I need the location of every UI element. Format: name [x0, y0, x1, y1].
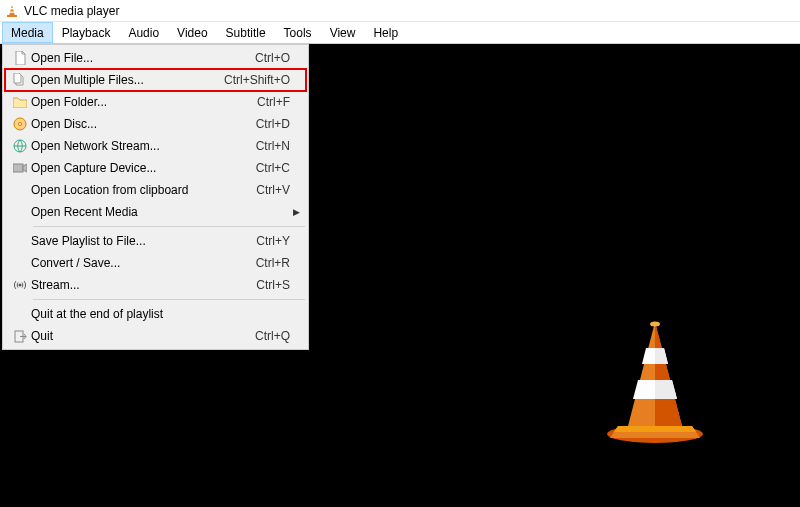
svg-point-19	[19, 284, 22, 287]
menu-item-open-multiple-files[interactable]: Open Multiple Files...Ctrl+Shift+O	[5, 69, 306, 91]
svg-marker-6	[614, 426, 696, 432]
svg-rect-1	[7, 15, 17, 17]
file-icon	[9, 51, 31, 65]
menu-view[interactable]: View	[321, 22, 365, 43]
menu-item-shortcut: Ctrl+Shift+O	[224, 73, 290, 87]
vlc-cone-icon	[6, 4, 18, 18]
svg-rect-2	[10, 8, 14, 9]
svg-marker-10	[655, 348, 668, 364]
menu-item-label: Convert / Save...	[31, 256, 256, 270]
menu-item-quit[interactable]: QuitCtrl+Q	[5, 325, 306, 347]
menu-item-shortcut: Ctrl+F	[257, 95, 290, 109]
menu-item-label: Open Folder...	[31, 95, 257, 109]
menu-item-label: Save Playlist to File...	[31, 234, 256, 248]
menubar: Media Playback Audio Video Subtitle Tool…	[0, 22, 800, 44]
menu-item-label: Open Capture Device...	[31, 161, 256, 175]
menu-item-open-recent-media[interactable]: Open Recent Media▶	[5, 201, 306, 223]
network-icon	[9, 139, 31, 153]
menu-item-shortcut: Ctrl+S	[256, 278, 290, 292]
menu-tools[interactable]: Tools	[275, 22, 321, 43]
svg-marker-12	[655, 380, 677, 399]
svg-marker-8	[655, 322, 682, 426]
submenu-arrow-icon: ▶	[290, 207, 300, 217]
menu-item-stream[interactable]: Stream...Ctrl+S	[5, 274, 306, 296]
menu-item-open-network-stream[interactable]: Open Network Stream...Ctrl+N	[5, 135, 306, 157]
disc-icon	[9, 117, 31, 131]
menu-item-shortcut: Ctrl+Q	[255, 329, 290, 343]
menu-item-shortcut: Ctrl+D	[256, 117, 290, 131]
menu-item-open-disc[interactable]: Open Disc...Ctrl+D	[5, 113, 306, 135]
menu-item-shortcut: Ctrl+C	[256, 161, 290, 175]
menu-item-label: Open Multiple Files...	[31, 73, 224, 87]
menu-item-convert-save[interactable]: Convert / Save...Ctrl+R	[5, 252, 306, 274]
menu-item-quit-at-the-end-of-playlist[interactable]: Quit at the end of playlist	[5, 303, 306, 325]
svg-rect-3	[10, 11, 15, 12]
menu-item-label: Open Location from clipboard	[31, 183, 256, 197]
media-dropdown: Open File...Ctrl+OOpen Multiple Files...…	[2, 44, 309, 350]
menu-audio[interactable]: Audio	[119, 22, 168, 43]
menu-separator	[33, 226, 305, 227]
titlebar: VLC media player	[0, 0, 800, 22]
svg-point-15	[19, 123, 22, 126]
menu-item-shortcut: Ctrl+Y	[256, 234, 290, 248]
menu-item-open-location-from-clipboard[interactable]: Open Location from clipboardCtrl+V	[5, 179, 306, 201]
menu-item-shortcut: Ctrl+R	[256, 256, 290, 270]
menu-item-shortcut: Ctrl+O	[255, 51, 290, 65]
menu-item-label: Open Disc...	[31, 117, 256, 131]
menu-item-shortcut: Ctrl+V	[256, 183, 290, 197]
quit-icon	[9, 330, 31, 343]
menu-item-label: Open Recent Media	[31, 205, 290, 219]
vlc-cone-logo	[590, 314, 720, 444]
menu-playback[interactable]: Playback	[53, 22, 120, 43]
menu-video[interactable]: Video	[168, 22, 216, 43]
menu-media[interactable]: Media	[2, 22, 53, 43]
files-icon	[9, 73, 31, 87]
stream-icon	[9, 279, 31, 291]
svg-marker-0	[9, 5, 15, 16]
menu-separator	[33, 299, 305, 300]
capture-icon	[9, 162, 31, 174]
menu-help[interactable]: Help	[364, 22, 407, 43]
menu-item-label: Quit	[31, 329, 255, 343]
menu-item-save-playlist-to-file[interactable]: Save Playlist to File...Ctrl+Y	[5, 230, 306, 252]
menu-item-shortcut: Ctrl+N	[256, 139, 290, 153]
menu-item-open-capture-device[interactable]: Open Capture Device...Ctrl+C	[5, 157, 306, 179]
folder-icon	[9, 96, 31, 108]
menu-item-label: Quit at the end of playlist	[31, 307, 290, 321]
window-title: VLC media player	[24, 4, 119, 18]
menu-item-open-file[interactable]: Open File...Ctrl+O	[5, 47, 306, 69]
menu-item-open-folder[interactable]: Open Folder...Ctrl+F	[5, 91, 306, 113]
svg-point-13	[650, 322, 660, 327]
menu-item-label: Open File...	[31, 51, 255, 65]
svg-marker-18	[23, 164, 27, 172]
menu-item-label: Stream...	[31, 278, 256, 292]
svg-rect-17	[13, 164, 23, 172]
menu-subtitle[interactable]: Subtitle	[217, 22, 275, 43]
menu-item-label: Open Network Stream...	[31, 139, 256, 153]
